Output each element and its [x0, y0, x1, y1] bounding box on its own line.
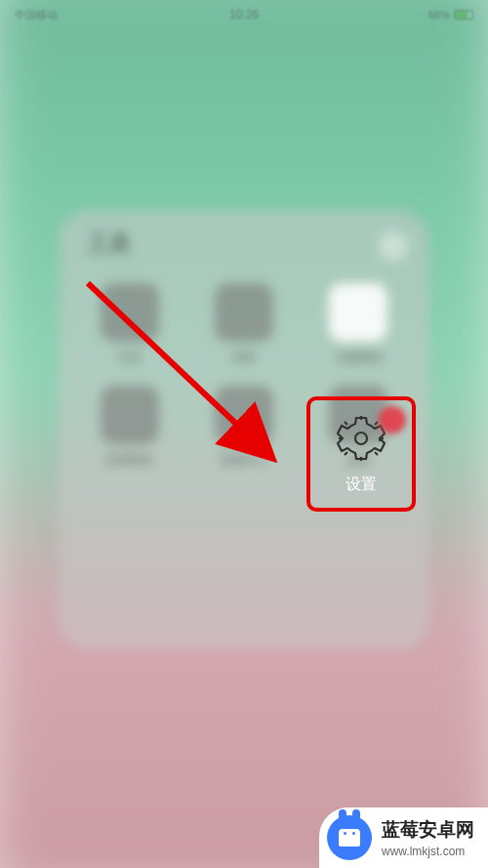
app-label: 主题壁纸	[335, 350, 382, 366]
watermark-url: www.lmkjst.com	[382, 845, 474, 858]
clock-icon	[215, 283, 273, 342]
settings-label: 设置	[346, 475, 377, 495]
close-icon[interactable]	[379, 231, 408, 261]
app-item[interactable]: 主题壁纸	[305, 283, 410, 366]
watermark: 蓝莓安卓网 www.lmkjst.com	[319, 807, 488, 868]
app-label: 游戏中心	[221, 452, 267, 469]
app-item[interactable]: 时钟	[192, 283, 297, 366]
carrier-label: 中国移动	[15, 8, 58, 22]
gamecenter-icon	[215, 386, 273, 444]
status-indicators: 68%	[428, 9, 473, 21]
battery-pct: 68%	[428, 9, 450, 21]
notification-badge	[379, 406, 406, 434]
settings-highlight[interactable]: 设置	[306, 396, 416, 512]
app-item[interactable]: 应用商店	[78, 386, 183, 469]
svg-point-0	[355, 433, 367, 444]
theme-icon	[329, 283, 387, 342]
watermark-text: 蓝莓安卓网 www.lmkjst.com	[382, 817, 474, 858]
watermark-title: 蓝莓安卓网	[382, 817, 474, 843]
app-label: 日历	[118, 350, 142, 366]
appstore-icon	[101, 386, 159, 444]
app-label: 时钟	[232, 350, 256, 366]
app-item[interactable]: 日历	[78, 283, 183, 366]
battery-icon	[454, 10, 473, 20]
status-bar: 中国移动 10:26 68%	[0, 0, 488, 29]
calendar-icon	[101, 283, 159, 342]
app-label: 应用商店	[106, 452, 153, 469]
app-item[interactable]: 游戏中心	[192, 386, 297, 469]
folder-title: 工具	[88, 229, 131, 259]
clock-label: 10:26	[229, 8, 259, 21]
android-icon	[327, 815, 372, 860]
